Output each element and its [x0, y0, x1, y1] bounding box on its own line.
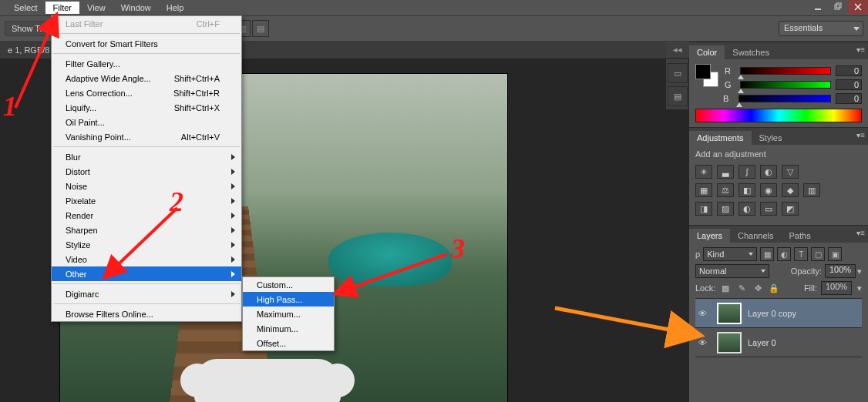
adj-gradientmap-icon[interactable]: ▭	[760, 202, 777, 216]
auto-blend-icon[interactable]: ▤	[252, 20, 269, 37]
layer-filter-shape-icon[interactable]: ▢	[811, 247, 825, 261]
foreground-color-swatch[interactable]	[695, 64, 711, 79]
tab-swatches[interactable]: Swatches	[725, 45, 777, 59]
adj-brightness-icon[interactable]: ☀	[695, 165, 712, 179]
adj-bw-icon[interactable]: ◧	[738, 183, 755, 197]
lock-all-icon[interactable]: 🔒	[768, 282, 780, 294]
fill-chevron-icon[interactable]: ▾	[857, 283, 862, 293]
filter-liquify[interactable]: Liquify...Shift+Ctrl+X	[52, 100, 241, 115]
menu-window[interactable]: Window	[113, 2, 159, 14]
other-minimum[interactable]: Minimum...	[243, 321, 334, 336]
layer-row[interactable]: 👁 Layer 0 copy	[695, 299, 862, 328]
filter-noise[interactable]: Noise	[52, 179, 241, 193]
layer-filter-smart-icon[interactable]: ▣	[828, 247, 842, 261]
other-custom[interactable]: Custom...	[243, 277, 334, 292]
filter-last-filter[interactable]: Last FilterCtrl+F	[52, 16, 241, 31]
adjustments-panel-menu-icon[interactable]: ▾≡	[856, 131, 865, 139]
blend-mode-select[interactable]: Normal	[695, 264, 769, 278]
document-tab[interactable]: e 1, RGB/8	[2, 43, 56, 57]
tab-adjustments[interactable]: Adjustments	[689, 131, 752, 145]
tab-styles[interactable]: Styles	[752, 131, 790, 145]
menu-view[interactable]: View	[79, 2, 113, 14]
layer-name[interactable]: Layer 0	[748, 338, 776, 347]
adj-selectivecolor-icon[interactable]: ◩	[782, 202, 799, 216]
filter-digimarc[interactable]: Digimarc	[52, 286, 241, 301]
window-minimize-button[interactable]	[808, 0, 828, 14]
filter-lens-correction[interactable]: Lens Correction...Shift+Ctrl+R	[52, 85, 241, 100]
filter-blur[interactable]: Blur	[52, 149, 241, 164]
layers-panel-menu-icon[interactable]: ▾≡	[856, 229, 865, 237]
menubar: Select Filter View Window Help	[0, 0, 868, 15]
layer-filter-pixel-icon[interactable]: ▦	[760, 247, 774, 261]
tab-channels[interactable]: Channels	[730, 229, 781, 243]
adj-balance-icon[interactable]: ⚖	[717, 183, 734, 197]
collapsed-panel-strip: ▭ ▤	[666, 59, 689, 109]
adj-photofilter-icon[interactable]: ◉	[760, 183, 777, 197]
adj-invert-icon[interactable]: ◨	[695, 202, 712, 216]
adj-hue-icon[interactable]: ▦	[695, 183, 712, 197]
panel-collapse-grip[interactable]: ◂◂	[666, 42, 689, 59]
adj-channelmixer-icon[interactable]: ◆	[782, 183, 799, 197]
layer-thumbnail[interactable]	[717, 303, 742, 324]
filter-convert-smart[interactable]: Convert for Smart Filters	[52, 36, 241, 51]
opacity-chevron-icon[interactable]: ▾	[857, 266, 862, 276]
opacity-value[interactable]: 100%	[825, 264, 856, 278]
slider-g[interactable]: G0	[725, 78, 862, 92]
adj-posterize-icon[interactable]: ▨	[717, 202, 734, 216]
tab-color[interactable]: Color	[689, 45, 725, 59]
lock-paint-icon[interactable]: ✎	[735, 282, 748, 294]
menu-select[interactable]: Select	[6, 2, 45, 14]
other-offset[interactable]: Offset...	[243, 336, 334, 350]
filter-gallery[interactable]: Filter Gallery...	[52, 56, 241, 71]
layers-panel: Layers Channels Paths ▾≡ ρ Kind ▦ ◐ T ▢ …	[689, 225, 868, 362]
filter-other[interactable]: Other	[52, 266, 241, 281]
layer-filter-kind[interactable]: Kind	[703, 247, 757, 261]
adj-threshold-icon[interactable]: ◐	[738, 202, 755, 216]
menu-filter[interactable]: Filter	[45, 2, 79, 14]
filter-stylize[interactable]: Stylize	[52, 237, 241, 252]
adj-levels-icon[interactable]: ▃	[717, 165, 734, 179]
adj-colorlookup-icon[interactable]: ▥	[803, 183, 820, 197]
fill-label: Fill:	[804, 283, 817, 293]
properties-panel-icon[interactable]: ▤	[668, 86, 688, 106]
layer-name[interactable]: Layer 0 copy	[748, 309, 796, 318]
layer-visibility-icon[interactable]: 👁	[698, 338, 711, 347]
foreground-background-swatches[interactable]	[695, 64, 718, 87]
color-panel: Color Swatches ▾≡ R0 G0 B0	[689, 42, 868, 127]
filter-distort[interactable]: Distort	[52, 164, 241, 179]
filter-vanishing-point[interactable]: Vanishing Point...Alt+Ctrl+V	[52, 129, 241, 144]
layer-visibility-icon[interactable]: 👁	[698, 309, 711, 318]
layer-row[interactable]: 👁 Layer 0	[695, 328, 862, 357]
slider-r[interactable]: R0	[725, 64, 862, 78]
adj-vibrance-icon[interactable]: ▽	[782, 165, 799, 179]
workspace-switcher[interactable]: Essentials	[779, 21, 863, 36]
layer-thumbnail[interactable]	[717, 332, 742, 353]
window-close-button[interactable]	[848, 0, 868, 14]
other-high-pass[interactable]: High Pass...	[243, 292, 334, 307]
filter-pixelate[interactable]: Pixelate	[52, 193, 241, 208]
other-maximum[interactable]: Maximum...	[243, 307, 334, 321]
fill-value[interactable]: 100%	[821, 281, 852, 295]
history-panel-icon[interactable]: ▭	[668, 63, 688, 83]
menu-help[interactable]: Help	[159, 2, 192, 14]
layer-filter-adjust-icon[interactable]: ◐	[777, 247, 791, 261]
lock-position-icon[interactable]: ✥	[752, 282, 764, 294]
filter-oil-paint[interactable]: Oil Paint...	[52, 115, 241, 129]
slider-b[interactable]: B0	[723, 92, 862, 106]
window-restore-button[interactable]	[828, 0, 848, 14]
adj-exposure-icon[interactable]: ◐	[760, 165, 777, 179]
color-panel-menu-icon[interactable]: ▾≡	[856, 45, 865, 54]
tab-layers[interactable]: Layers	[689, 229, 730, 243]
filter-video[interactable]: Video	[52, 252, 241, 266]
filter-browse-online[interactable]: Browse Filters Online...	[52, 307, 241, 321]
layer-filter-type-icon[interactable]: T	[794, 247, 808, 261]
filter-sharpen[interactable]: Sharpen	[52, 223, 241, 237]
panel-dock: Color Swatches ▾≡ R0 G0 B0 Adjustments S…	[689, 42, 868, 402]
lock-transparent-icon[interactable]: ▩	[719, 282, 732, 294]
filter-adaptive-wide-angle[interactable]: Adaptive Wide Angle...Shift+Ctrl+A	[52, 71, 241, 85]
adjustments-panel: Adjustments Styles ▾≡ Add an adjustment …	[689, 127, 868, 225]
color-spectrum[interactable]	[695, 109, 862, 122]
filter-render[interactable]: Render	[52, 208, 241, 223]
adj-curves-icon[interactable]: ∫	[738, 165, 755, 179]
tab-paths[interactable]: Paths	[782, 229, 819, 243]
